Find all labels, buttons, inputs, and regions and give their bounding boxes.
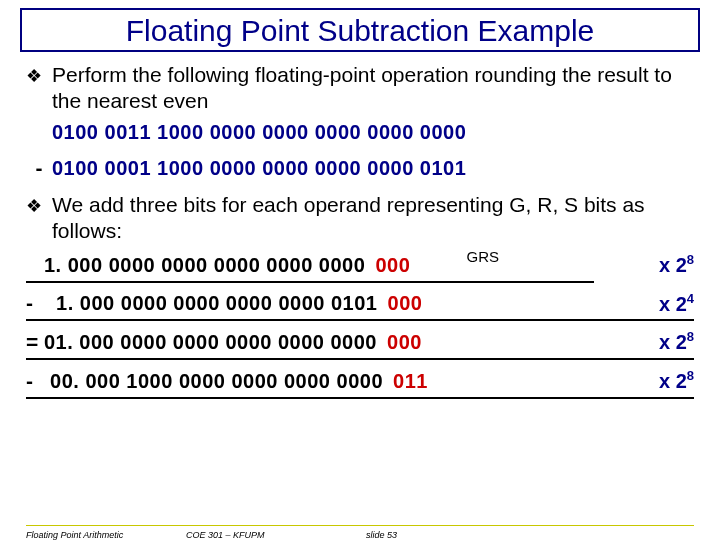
diamond-icon: ❖ xyxy=(26,195,42,217)
calc-grs-4: 011 xyxy=(393,370,428,392)
rule-4 xyxy=(26,397,694,399)
operand-b-row: - 0100 0001 1000 0000 0000 0000 0000 010… xyxy=(26,156,694,180)
calc-grs-3: 000 xyxy=(387,331,422,353)
calc-mantissa-1: 1. 000 0000 0000 0000 0000 0000 000 xyxy=(44,254,614,277)
operand-b: 0100 0001 1000 0000 0000 0000 0000 0101 xyxy=(52,157,466,180)
calc-mantissa-3: 01. 000 0000 0000 0000 0000 0000 000 xyxy=(44,331,614,354)
calc-op-4: - xyxy=(26,369,44,393)
calc-mult-4: x 28 xyxy=(614,368,694,393)
diamond-icon: ❖ xyxy=(26,65,42,87)
calc-mantissa-4: 00. 000 1000 0000 0000 0000 0000 011 xyxy=(44,370,614,393)
footer-topic: Floating Point Arithmetic xyxy=(26,530,186,540)
calc-op-2: - xyxy=(26,291,44,315)
operand-a: 0100 0011 1000 0000 0000 0000 0000 0000 xyxy=(52,121,694,144)
calc-grs-1: 000 xyxy=(375,254,410,276)
calc-row-1: 1. 000 0000 0000 0000 0000 0000 000 x 28 xyxy=(26,252,694,277)
grs-label: GRS xyxy=(466,248,499,265)
calc-mult-1: x 28 xyxy=(614,252,694,277)
calc-mult-3: x 28 xyxy=(614,329,694,354)
calc-mult-2: x 24 xyxy=(614,291,694,316)
footer-slide-num: slide 53 xyxy=(366,530,397,540)
footer-course: COE 301 – KFUPM xyxy=(186,530,366,540)
calc-grs-2: 000 xyxy=(388,292,423,314)
bullet-1: ❖ Perform the following floating-point o… xyxy=(26,62,694,115)
calc-row-2: - 1. 000 0000 0000 0000 0000 0101 000 x … xyxy=(26,291,694,316)
bullet-1-text: Perform the following floating-point ope… xyxy=(52,62,694,115)
calc-op-3: = xyxy=(26,330,44,354)
rule-2 xyxy=(26,319,694,321)
calc-row-3: = 01. 000 0000 0000 0000 0000 0000 000 x… xyxy=(26,329,694,354)
calc-mantissa-2: 1. 000 0000 0000 0000 0000 0101 000 xyxy=(44,292,614,315)
bullet-2-text: We add three bits for each operand repre… xyxy=(52,192,694,245)
footer: Floating Point Arithmetic COE 301 – KFUP… xyxy=(0,525,720,540)
rule-3 xyxy=(26,358,694,360)
rule-1 xyxy=(26,281,594,283)
slide-title: Floating Point Subtraction Example xyxy=(22,14,698,48)
bullet-2: ❖ We add three bits for each operand rep… xyxy=(26,192,694,245)
slide-title-box: Floating Point Subtraction Example xyxy=(20,8,700,52)
footer-rule xyxy=(26,525,694,526)
calc-row-4: - 00. 000 1000 0000 0000 0000 0000 011 x… xyxy=(26,368,694,393)
minus-op-1: - xyxy=(26,156,52,180)
